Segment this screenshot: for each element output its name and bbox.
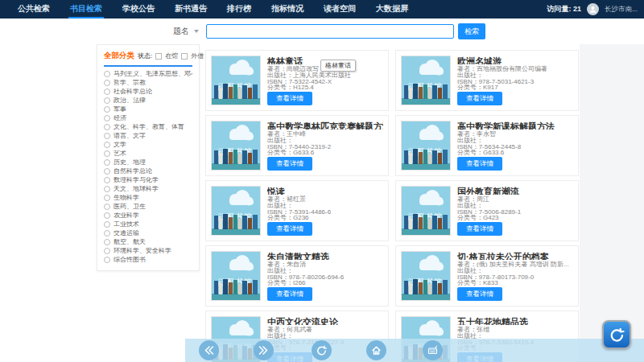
user-avatar[interactable] — [587, 3, 599, 15]
search-button[interactable]: 检索 — [458, 23, 485, 39]
radio-icon — [104, 248, 110, 254]
book-author: 朱自清 — [287, 261, 306, 267]
book-cover: 云图书馆 — [401, 121, 451, 171]
rewind-button[interactable] — [199, 340, 219, 360]
category-item[interactable]: 政治、法律 — [104, 97, 192, 105]
visit-count: 访问量: 21 — [547, 4, 581, 14]
keyboard-button[interactable] — [423, 340, 443, 360]
book-title: 高中数学新课标解题方法 — [457, 121, 555, 130]
book-isbn: 7-5391-4486-6 — [289, 208, 331, 215]
nav-item-bigdata-screen[interactable]: 大数据屏 — [374, 0, 410, 19]
category-list: 马列主义、毛泽东思想、邓小平理论 哲学、宗教 社会科学总论 政治、法律 军事 经… — [104, 70, 192, 264]
book-cover-image: 云图书馆 — [402, 56, 450, 105]
book-title: 悦读 — [267, 186, 331, 195]
home-icon — [371, 345, 382, 356]
book-cover-image: 云图书馆 — [212, 121, 260, 170]
category-item[interactable]: 交通运输 — [104, 228, 192, 237]
book-class-no: I266 — [293, 279, 306, 286]
nav-label: 书目检索 — [70, 3, 102, 14]
search-field-value: 题名 — [173, 26, 189, 37]
nav-item-catalog-search[interactable]: 书目检索 — [68, 0, 104, 19]
book-card: 云图书馆 切·格瓦拉未公开的档案 著者：(俄) 加夫里科夫著 高增训 防新...… — [395, 245, 579, 306]
tooltip: 格林童话 — [320, 60, 356, 72]
view-detail-button[interactable]: 查看详情 — [267, 222, 312, 236]
refresh-icon — [316, 345, 327, 356]
book-isbn: 978-7-80206-694-6 — [289, 274, 345, 280]
category-item[interactable]: 航空、航天 — [104, 237, 192, 246]
category-item[interactable]: 工业技术 — [104, 220, 192, 228]
category-item[interactable]: 综合性图书 — [104, 255, 192, 264]
search-bar: 题名 检索 — [0, 19, 644, 44]
view-detail-button[interactable]: 查看详情 — [267, 287, 312, 301]
nav-item-reader-space[interactable]: 读者空间 — [322, 0, 357, 19]
fast-forward-button[interactable] — [254, 340, 274, 360]
book-class-no: K833 — [483, 279, 498, 286]
radio-icon — [104, 168, 110, 175]
view-detail-button[interactable]: 查看详情 — [267, 157, 312, 171]
main-area: 全部分类 状态: 在馆 外借 马列主义、毛泽东思想、邓小平理论 哲学、宗教 社会… — [0, 44, 644, 362]
category-item[interactable]: 军事 — [104, 105, 192, 114]
category-item[interactable]: 农业科学 — [104, 212, 192, 220]
refresh-icon — [609, 327, 625, 343]
book-author: 周江 — [477, 195, 489, 202]
checkbox-in-library[interactable] — [155, 53, 162, 60]
sidebar-header: 全部分类 状态: 在馆 外借 — [104, 51, 192, 67]
floating-refresh-button[interactable] — [602, 320, 631, 349]
category-item[interactable]: 生物科学 — [104, 194, 192, 203]
nav-item-public-search[interactable]: 公共检索 — [16, 0, 52, 19]
book-cover: 云图书馆 — [211, 186, 261, 236]
keyboard-icon — [427, 345, 438, 356]
home-button[interactable] — [366, 340, 386, 360]
category-item[interactable]: 文学 — [104, 141, 192, 150]
book-author: 百地福股份有限公司编著 — [477, 65, 547, 72]
search-field-select[interactable]: 题名 — [166, 23, 206, 39]
nav-item-indicators[interactable]: 指标情况 — [270, 0, 305, 19]
category-item[interactable]: 自然科学总论 — [104, 167, 192, 176]
book-cover: 云图书馆 — [211, 56, 261, 105]
book-class-no: K917 — [483, 84, 498, 90]
book-author: 何兆武著 — [287, 326, 312, 332]
book-title: 切·格瓦拉未公开的档案 — [457, 251, 569, 260]
book-card: 云图书馆 欧洲名城游 著者：百地福股份有限公司编著 出版社： ISBN：978-… — [395, 50, 579, 111]
view-detail-button[interactable]: 查看详情 — [267, 92, 312, 105]
nav-label: 新书通告 — [175, 3, 207, 14]
radio-icon — [104, 186, 110, 192]
radio-icon — [104, 124, 110, 130]
view-detail-button[interactable]: 查看详情 — [457, 287, 502, 301]
checkbox-on-loan[interactable] — [181, 53, 188, 60]
top-navbar: 公共检索 书目检索 学校公告 新书通告 排行榜 指标情况 读者空间 大数据屏 访… — [0, 0, 644, 19]
category-item[interactable]: 环境科学、安全科学 — [104, 246, 192, 255]
view-detail-button[interactable]: 查看详情 — [457, 92, 502, 105]
category-item[interactable]: 历史、地理 — [104, 158, 192, 167]
nav-item-school-notice[interactable]: 学校公告 — [121, 0, 156, 19]
book-cover: 云图书馆 — [401, 186, 451, 236]
refresh-button[interactable] — [312, 340, 332, 360]
radio-icon — [104, 115, 110, 121]
radio-icon — [104, 80, 110, 86]
category-item[interactable]: 艺术 — [104, 150, 192, 158]
book-title: 高中数学奥林匹克竞赛解题方法 — [267, 121, 383, 130]
radio-icon — [104, 142, 110, 148]
category-item[interactable]: 天文、地球科学 — [104, 185, 192, 194]
book-cover-image: 云图书馆 — [402, 252, 450, 300]
book-card: 云图书馆 高中数学奥林匹克竞赛解题方法 著者：王中峰 出版社： ISBN：7-5… — [205, 115, 389, 176]
category-item[interactable]: 数理科学与化学 — [104, 176, 192, 185]
book-card: 云图书馆 高中数学新课标解题方法 著者：李永智 出版社： ISBN：7-5634… — [395, 115, 579, 176]
book-card: 云图书馆 格林童话 著者：尚晓迈改写 出版社：上海人民美术出版社 ISBN：7-… — [205, 50, 389, 111]
book-isbn: 978-7-5031-4621-3 — [479, 78, 535, 84]
category-item[interactable]: 马列主义、毛泽东思想、邓小平理论 — [104, 70, 192, 79]
search-input[interactable] — [206, 24, 454, 39]
view-detail-button[interactable]: 查看详情 — [457, 157, 502, 171]
view-detail-button[interactable]: 查看详情 — [457, 222, 502, 236]
category-item[interactable]: 经济 — [104, 114, 192, 123]
nav-label: 读者空间 — [324, 3, 356, 14]
category-item[interactable]: 文化、科学、教育、体育 — [104, 123, 192, 132]
category-item[interactable]: 哲学、宗教 — [104, 79, 192, 88]
option-on-loan: 外借 — [191, 51, 204, 60]
category-item[interactable]: 医药、卫生 — [104, 203, 192, 212]
category-item[interactable]: 语言、文字 — [104, 132, 192, 141]
nav-item-new-books[interactable]: 新书通告 — [173, 0, 208, 19]
category-item[interactable]: 社会科学总论 — [104, 88, 192, 97]
user-name[interactable]: 长沙市南... — [605, 5, 638, 14]
nav-item-ranking[interactable]: 排行榜 — [225, 0, 253, 19]
